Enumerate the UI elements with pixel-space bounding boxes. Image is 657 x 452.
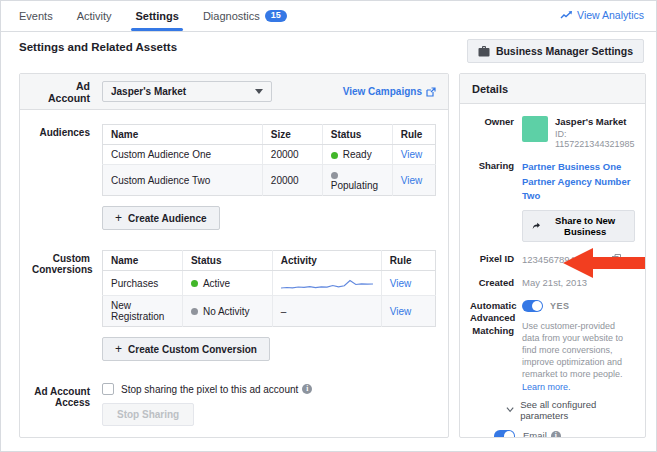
col-rule: Rule bbox=[392, 125, 435, 145]
conversion-view-link[interactable]: View bbox=[390, 306, 412, 317]
status-dot-ready bbox=[331, 152, 338, 159]
stop-sharing-button[interactable]: Stop Sharing bbox=[102, 403, 194, 426]
owner-label: Owner bbox=[470, 116, 514, 149]
created-value: May 21st, 2013 bbox=[522, 277, 635, 289]
conversion-activity bbox=[272, 271, 381, 296]
view-campaigns-link[interactable]: View Campaigns bbox=[343, 86, 436, 97]
partner-business-link[interactable]: Partner Business One bbox=[522, 160, 635, 175]
conversion-row-2: New Registration No Activity – View bbox=[103, 296, 436, 327]
tab-events[interactable]: Events bbox=[19, 1, 53, 31]
tabs: Events Activity Settings Diagnostics 15 bbox=[19, 1, 287, 31]
ad-account-access-section: Ad Account Access Stop sharing the pixel… bbox=[20, 383, 448, 426]
audiences-section: Audiences Name Size Status Rule Custom A… bbox=[20, 124, 448, 230]
owner-row: Owner Jasper's Market ID: 11572213443219… bbox=[470, 116, 635, 149]
learn-more-link[interactable]: Learn more. bbox=[522, 382, 571, 392]
share-to-new-business-button[interactable]: Share to New Business bbox=[522, 210, 635, 242]
info-icon[interactable] bbox=[551, 431, 561, 438]
audience-row-1: Custom Audience One 20000 Ready View bbox=[103, 145, 436, 165]
create-audience-button[interactable]: + Create Audience bbox=[102, 206, 220, 230]
col-activity: Activity bbox=[272, 251, 381, 271]
col-size: Size bbox=[262, 125, 322, 145]
tab-settings-label: Settings bbox=[135, 10, 178, 22]
plus-icon: + bbox=[115, 212, 122, 224]
automatic-advanced-matching-label: Automatic Advanced Matching bbox=[470, 300, 514, 393]
owner-name: Jasper's Market bbox=[555, 116, 635, 127]
details-panel-title: Details bbox=[460, 74, 645, 104]
create-custom-conversion-label: Create Custom Conversion bbox=[128, 344, 257, 355]
see-all-label: See all configured parameters bbox=[520, 399, 635, 421]
tab-diagnostics[interactable]: Diagnostics 15 bbox=[203, 1, 287, 31]
ad-account-header-row: Ad Account Jasper's Market View Campaign… bbox=[20, 74, 448, 110]
pixel-id-value: 1234567894561320 bbox=[522, 254, 607, 265]
audience-view-link[interactable]: View bbox=[401, 149, 423, 160]
audience-view-link[interactable]: View bbox=[401, 175, 423, 186]
custom-conversions-section-label: Custom Conversions bbox=[32, 250, 90, 361]
conversion-activity: – bbox=[272, 296, 381, 327]
copy-icon[interactable] bbox=[612, 254, 621, 264]
view-analytics-link[interactable]: View Analytics bbox=[560, 9, 644, 21]
tab-diagnostics-label: Diagnostics bbox=[203, 10, 260, 22]
conversion-status: Active bbox=[182, 271, 272, 296]
pixel-id-label: Pixel ID bbox=[470, 253, 514, 265]
tab-events-label: Events bbox=[19, 10, 53, 22]
diagnostics-count-badge: 15 bbox=[265, 10, 287, 22]
chevron-down-icon bbox=[506, 406, 514, 413]
col-name: Name bbox=[103, 251, 183, 271]
audience-size: 20000 bbox=[262, 145, 322, 165]
audiences-table: Name Size Status Rule Custom Audience On… bbox=[102, 124, 436, 196]
pixel-id-row: Pixel ID 1234567894561320 bbox=[470, 253, 635, 265]
audience-name: Custom Audience Two bbox=[103, 165, 263, 196]
top-tab-bar: Events Activity Settings Diagnostics 15 … bbox=[1, 1, 656, 32]
col-status: Status bbox=[322, 125, 392, 145]
owner-id: ID: 1157221344321985 bbox=[555, 129, 635, 149]
stop-sharing-checkbox[interactable] bbox=[102, 383, 114, 395]
conversions-header-row: Name Status Activity Rule bbox=[103, 251, 436, 271]
conversion-name: New Registration bbox=[103, 296, 183, 327]
col-status: Status bbox=[182, 251, 272, 271]
audience-status: Ready bbox=[322, 145, 392, 165]
param-row-email: Email bbox=[494, 430, 635, 438]
aam-description: Use customer-provided data from your web… bbox=[522, 320, 635, 393]
page-head: Settings and Related Assetts Business Ma… bbox=[1, 32, 656, 72]
conversion-name: Purchases bbox=[103, 271, 183, 296]
conversion-view-link[interactable]: View bbox=[390, 278, 412, 289]
stop-sharing-checkbox-label: Stop sharing the pixel to this ad accoun… bbox=[121, 384, 298, 395]
audiences-section-label: Audiences bbox=[32, 124, 90, 230]
audience-row-2: Custom Audience Two 20000 Populating Vie… bbox=[103, 165, 436, 196]
details-panel: Details Owner Jasper's Market ID: 115722… bbox=[459, 73, 646, 438]
email-toggle[interactable] bbox=[494, 430, 515, 438]
see-all-configured-parameters[interactable]: See all configured parameters bbox=[506, 399, 635, 421]
conversion-status: No Activity bbox=[182, 296, 272, 327]
tab-activity[interactable]: Activity bbox=[77, 1, 112, 31]
business-manager-settings-label: Business Manager Settings bbox=[496, 45, 633, 57]
col-rule: Rule bbox=[381, 251, 435, 271]
ad-account-access-label: Ad Account Access bbox=[32, 383, 90, 426]
business-manager-settings-button[interactable]: Business Manager Settings bbox=[467, 39, 644, 63]
ad-account-dropdown[interactable]: Jasper's Market bbox=[102, 81, 272, 102]
create-audience-label: Create Audience bbox=[128, 213, 207, 224]
ad-account-label: Ad Account bbox=[32, 80, 90, 104]
ad-account-selected-value: Jasper's Market bbox=[111, 86, 186, 97]
briefcase-icon bbox=[478, 46, 490, 57]
sharing-row: Sharing Partner Business One Partner Age… bbox=[470, 160, 635, 242]
status-dot-populating bbox=[331, 172, 338, 179]
audience-name: Custom Audience One bbox=[103, 145, 263, 165]
conversion-row-1: Purchases Active View bbox=[103, 271, 436, 296]
plus-icon: + bbox=[115, 343, 122, 355]
partner-agency-link[interactable]: Partner Agency Number Two bbox=[522, 175, 635, 204]
aam-toggle-state: YES bbox=[550, 301, 570, 311]
create-custom-conversion-button[interactable]: + Create Custom Conversion bbox=[102, 337, 270, 361]
caret-down-icon bbox=[255, 89, 263, 94]
trending-up-icon bbox=[560, 10, 573, 20]
tab-settings[interactable]: Settings bbox=[135, 1, 178, 31]
events-manager-settings-screen: Events Activity Settings Diagnostics 15 … bbox=[0, 0, 657, 452]
custom-conversions-section: Custom Conversions Name Status Activity … bbox=[20, 250, 448, 361]
audiences-header-row: Name Size Status Rule bbox=[103, 125, 436, 145]
external-link-icon bbox=[426, 87, 436, 97]
share-arrow-icon bbox=[532, 221, 540, 231]
status-dot-active bbox=[191, 280, 198, 287]
aam-toggle[interactable] bbox=[522, 300, 543, 312]
info-icon[interactable] bbox=[302, 384, 312, 394]
tab-activity-label: Activity bbox=[77, 10, 112, 22]
status-dot-no-activity bbox=[191, 308, 198, 315]
